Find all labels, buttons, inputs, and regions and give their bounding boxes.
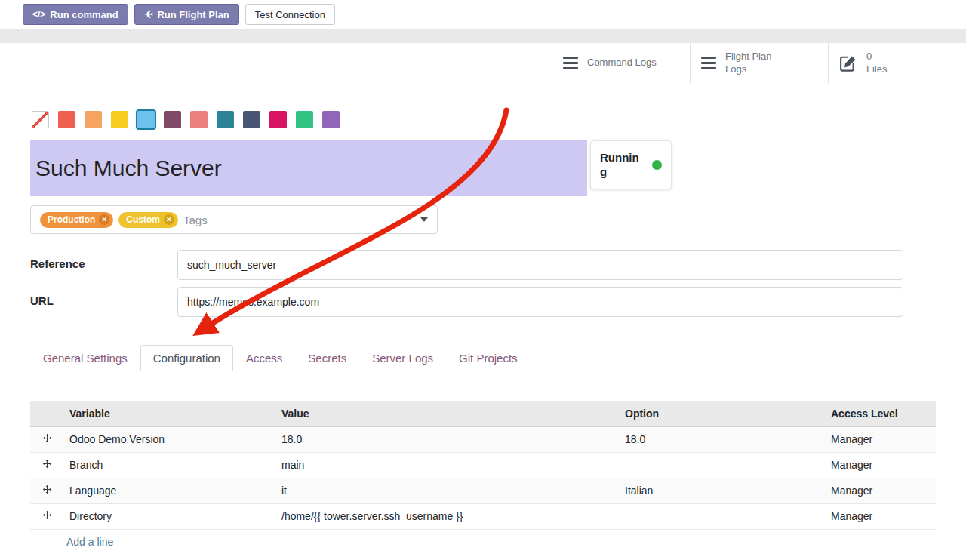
url-field-row: URL <box>30 287 903 317</box>
tag-production: Production ✕ <box>40 212 113 228</box>
handle-column-header <box>30 401 63 426</box>
test-connection-button[interactable]: Test Connection <box>245 4 335 25</box>
cell-option[interactable] <box>619 452 825 478</box>
move-icon <box>42 485 52 494</box>
cell-variable[interactable]: Language <box>63 478 275 503</box>
edit-pencil-icon <box>839 54 857 72</box>
list-lines-icon <box>701 57 716 69</box>
cell-access-level[interactable]: Manager <box>825 426 936 452</box>
form-sheet: Such Much Server Running Production ✕ Cu… <box>0 83 966 560</box>
url-input[interactable] <box>177 287 903 317</box>
cell-option[interactable]: 18.0 <box>619 426 825 452</box>
tag-custom-label: Custom <box>126 214 160 225</box>
status-bar: Command Logs Flight Plan Logs 0 Files <box>0 43 966 84</box>
tag-remove-icon[interactable]: ✕ <box>164 214 174 225</box>
reference-input[interactable] <box>177 250 903 280</box>
cell-variable[interactable]: Odoo Demo Version <box>63 426 275 452</box>
drag-handle[interactable] <box>30 452 63 478</box>
add-a-line-link[interactable]: Add a line <box>66 536 113 548</box>
color-swatch-0[interactable] <box>32 111 49 128</box>
drag-handle[interactable] <box>30 478 63 503</box>
color-swatch-1[interactable] <box>58 111 75 128</box>
table-row: Directory /home/{{ tower.server.ssh_user… <box>30 503 936 529</box>
cell-value[interactable]: 18.0 <box>275 426 619 452</box>
run-command-button[interactable]: </> Run command <box>23 4 128 25</box>
action-toolbar: </> Run command ✈ Run Flight Plan Test C… <box>0 0 966 29</box>
tab-git-projects[interactable]: Git Projects <box>446 345 531 371</box>
command-logs-button[interactable]: Command Logs <box>552 43 690 83</box>
config-variables-table: Variable Value Option Access Level Odoo … <box>30 401 936 555</box>
tab-secrets[interactable]: Secrets <box>295 345 359 371</box>
drag-handle[interactable] <box>30 426 63 452</box>
drag-handle[interactable] <box>30 503 63 529</box>
status-label: Running <box>600 151 639 180</box>
flight-plan-logs-button[interactable]: Flight Plan Logs <box>690 43 828 83</box>
divider-strip <box>0 29 966 43</box>
notebook-tabs: General Settings Configuration Access Se… <box>30 343 966 371</box>
color-swatch-9[interactable] <box>269 111 287 128</box>
table-row: Odoo Demo Version 18.0 18.0 Manager <box>30 426 936 452</box>
color-swatch-10[interactable] <box>296 111 313 128</box>
run-command-label: Run command <box>50 9 118 20</box>
url-label: URL <box>30 287 177 317</box>
color-picker <box>32 111 340 128</box>
column-header-variable: Variable <box>63 401 275 426</box>
status-dot <box>652 160 662 170</box>
server-form-page: </> Run command ✈ Run Flight Plan Test C… <box>0 0 966 560</box>
list-lines-icon <box>563 57 578 69</box>
cell-access-level[interactable]: Manager <box>825 452 936 478</box>
server-status-card: Running <box>590 140 672 189</box>
move-icon <box>42 459 52 469</box>
color-swatch-11[interactable] <box>322 111 340 128</box>
server-name-field[interactable]: Such Much Server <box>30 140 587 196</box>
cell-option[interactable]: Italian <box>619 478 825 503</box>
cell-option[interactable] <box>619 503 825 529</box>
tab-general-settings[interactable]: General Settings <box>30 345 140 371</box>
color-swatch-8[interactable] <box>243 111 260 128</box>
cell-access-level[interactable]: Manager <box>825 503 936 529</box>
tab-access[interactable]: Access <box>233 345 295 371</box>
column-header-access-level: Access Level <box>825 401 936 426</box>
chevron-down-icon[interactable] <box>420 217 428 222</box>
cell-value[interactable]: /home/{{ tower.server.ssh_username }} <box>275 503 619 529</box>
color-swatch-2[interactable] <box>85 111 102 128</box>
cell-access-level[interactable]: Manager <box>825 478 936 503</box>
tag-production-label: Production <box>48 214 95 225</box>
tags-placeholder: Tags <box>183 214 208 226</box>
add-line-row: Add a line <box>30 529 936 555</box>
files-count-block: 0 Files <box>866 51 887 76</box>
column-header-option: Option <box>619 401 825 426</box>
tag-custom: Custom ✕ <box>118 212 178 228</box>
column-header-value: Value <box>275 401 619 426</box>
reference-label: Reference <box>30 250 177 280</box>
move-icon <box>42 433 52 443</box>
cell-value[interactable]: it <box>275 478 619 503</box>
files-count: 0 <box>866 51 887 63</box>
tags-input[interactable]: Production ✕ Custom ✕ Tags <box>30 205 438 234</box>
tab-configuration[interactable]: Configuration <box>140 345 233 371</box>
run-flight-plan-label: Run Flight Plan <box>157 9 229 20</box>
color-swatch-3[interactable] <box>111 111 128 128</box>
table-row: Branch main Manager <box>30 452 936 478</box>
cell-variable[interactable]: Directory <box>63 503 275 529</box>
run-flight-plan-button[interactable]: ✈ Run Flight Plan <box>134 4 239 25</box>
cell-value[interactable]: main <box>275 452 619 478</box>
code-icon: </> <box>32 9 45 20</box>
color-swatch-7[interactable] <box>217 111 234 128</box>
tab-server-logs[interactable]: Server Logs <box>359 345 446 371</box>
table-header-row: Variable Value Option Access Level <box>30 401 936 426</box>
color-swatch-4[interactable] <box>137 111 155 128</box>
command-logs-label: Command Logs <box>587 57 657 69</box>
cell-variable[interactable]: Branch <box>63 452 275 478</box>
files-button[interactable]: 0 Files <box>828 43 966 83</box>
color-swatch-5[interactable] <box>164 111 181 128</box>
table-row: Language it Italian Manager <box>30 478 936 503</box>
test-connection-label: Test Connection <box>255 9 325 20</box>
files-label: Files <box>866 63 887 76</box>
flight-plan-logs-label: Flight Plan Logs <box>725 51 795 76</box>
move-icon <box>42 510 52 520</box>
plane-icon: ✈ <box>144 8 153 20</box>
tag-remove-icon[interactable]: ✕ <box>99 214 109 225</box>
reference-field-row: Reference <box>30 250 903 280</box>
color-swatch-6[interactable] <box>190 111 208 128</box>
